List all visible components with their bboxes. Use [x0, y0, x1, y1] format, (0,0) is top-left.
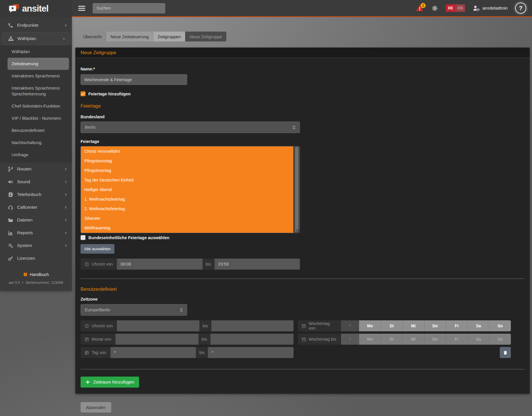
zeitzone-label: Zeitzone	[81, 297, 524, 301]
sidebar-item-routen[interactable]: Routen	[0, 163, 72, 175]
weekday-to-sa[interactable]: Sa	[467, 334, 489, 345]
add-period-button[interactable]: Zeitraum hinzufügen	[81, 377, 139, 388]
monat-von-label: Monat von	[92, 337, 111, 341]
bundesland-select[interactable]: Berlin	[81, 121, 300, 133]
select-all-button[interactable]: Alle auswählen	[81, 244, 114, 254]
lang-de[interactable]: DE	[446, 4, 455, 12]
submenu-item-vip-blacklist[interactable]: VIP / Blacklist - Nummern	[8, 112, 69, 124]
weekday-to-fr[interactable]: Fr	[446, 334, 467, 345]
submenu-item-nachtschaltung[interactable]: Nachtschaltung	[8, 137, 69, 149]
scrollbar-thumb[interactable]	[295, 147, 298, 232]
sidebar-item-reports[interactable]: Reports	[0, 226, 72, 239]
weekday-to-mo[interactable]: Mo	[359, 334, 381, 345]
option-silvester[interactable]: Silvester	[81, 214, 293, 223]
sidebar-footer: Handbuch awi 5.0 • Seriennummer: 123456	[0, 272, 72, 285]
tab-zeitgruppen[interactable]: Zeitgruppen	[153, 32, 185, 41]
weekday-from-mo[interactable]: Mo	[359, 320, 381, 331]
weekday-to-label: Wochentag bis	[309, 337, 336, 341]
custom-time-from-input[interactable]	[117, 320, 199, 331]
option-1-weihnachtsfeiertag[interactable]: 1. Weihnachtsfeiertag	[81, 195, 293, 204]
top-bar: ansitel 1	[0, 0, 532, 17]
sidebar-item-dateien[interactable]: Dateien	[0, 214, 72, 226]
submenu-item-zeitsteuerung[interactable]: Zeitsteuerung	[8, 58, 69, 70]
month-to-input[interactable]	[210, 334, 294, 345]
weekday-to-any[interactable]: *	[341, 334, 359, 345]
sidebar-item-label: Dateien	[17, 217, 32, 223]
weekday-to-mi[interactable]: Mi	[402, 334, 424, 345]
language-toggle[interactable]: DE EN	[446, 4, 465, 12]
option-tag-der-deutschen-einheit[interactable]: Tag der Deutschen Einheit	[81, 175, 293, 185]
uhrzeit-von-addon: Uhrzeit von	[81, 259, 117, 270]
sidebar: Endpunkte Wählplan Wählplan Z	[0, 17, 72, 290]
day-to-input[interactable]	[208, 347, 294, 358]
submenu-item-benutzerdefiniert[interactable]: Benutzerdefiniert	[8, 124, 69, 137]
weekday-from-di[interactable]: Di	[381, 320, 402, 331]
option-pfingstsonntag[interactable]: Pfingstsonntag	[81, 156, 293, 166]
option-weltfrauentag[interactable]: Weltfrauentag	[81, 223, 293, 233]
user-menu[interactable]: ansiteladmin	[473, 5, 508, 11]
weekday-to-do[interactable]: Do	[424, 334, 446, 345]
gear-icon[interactable]	[431, 5, 438, 12]
weekday-from-so[interactable]: So	[489, 320, 511, 331]
tab-uebersicht[interactable]: Übersicht	[79, 32, 106, 41]
sidebar-item-system[interactable]: System	[0, 239, 72, 252]
chevron-down-icon	[62, 37, 66, 41]
book-icon	[23, 272, 28, 277]
resize-grip[interactable]	[296, 229, 300, 233]
warning-triangle-icon[interactable]: 1	[416, 4, 424, 12]
breadcrumb-tabs: Übersicht Neue Zeitsteuerung Zeitgruppen…	[79, 32, 532, 41]
submenu-item-chef-sekretaerin[interactable]: Chef-Sekretärin-Funktion	[8, 100, 69, 112]
option-heiliger-abend[interactable]: Heiliger Abend	[81, 185, 293, 194]
sidebar-item-endpunkte[interactable]: Endpunkte	[0, 19, 72, 32]
month-from-input[interactable]	[115, 334, 198, 345]
brand-logo[interactable]: ansitel	[0, 0, 72, 17]
weekday-to-so[interactable]: So	[489, 334, 511, 345]
add-holidays-checkbox[interactable]	[81, 91, 85, 96]
day-from-input[interactable]	[110, 347, 196, 358]
sidebar-item-telefonbuch[interactable]: Telefonbuch	[0, 188, 72, 201]
custom-time-to-input[interactable]	[211, 320, 294, 331]
tab-neue-zeitgruppe[interactable]: Neue Zeitgruppe	[185, 32, 226, 41]
lang-en[interactable]: EN	[456, 4, 465, 12]
weekday-from-mi[interactable]: Mi	[402, 320, 424, 331]
dot-separator: •	[22, 281, 23, 285]
menu-icon[interactable]	[78, 5, 85, 11]
holiday-time-group: Uhrzeit von bis	[81, 259, 300, 270]
weekday-from-fr[interactable]: Fr	[446, 320, 467, 331]
nationwide-checkbox[interactable]	[81, 235, 85, 240]
chevron-left-icon	[64, 206, 68, 209]
scrollbar[interactable]	[293, 146, 300, 233]
option-2-weihnachtsfeiertag[interactable]: 2. Weihnachtsfeiertag	[81, 204, 293, 214]
submenu-item-umfrage[interactable]: Umfrage	[8, 149, 69, 161]
search-input[interactable]	[93, 3, 165, 13]
submenu-item-waehlplan[interactable]: Wählplan	[8, 46, 69, 58]
zeitzone-value: Europe/Berlin	[85, 308, 110, 312]
delete-period-button[interactable]	[500, 347, 511, 358]
weekday-from-any[interactable]: *	[341, 320, 359, 331]
sidebar-item-waehlplan[interactable]: Wählplan	[2, 32, 70, 45]
tag-von-label: Tag von	[92, 350, 106, 355]
sidebar-item-label: System	[17, 243, 32, 248]
weekday-from-sa[interactable]: Sa	[467, 320, 489, 331]
help-circle-icon[interactable]: ?	[515, 3, 526, 14]
app-root: ansitel 1	[0, 0, 532, 416]
submit-button[interactable]: Absenden	[81, 402, 111, 413]
sidebar-item-sound[interactable]: Sound	[0, 175, 72, 188]
holiday-time-to-input[interactable]	[214, 259, 300, 270]
name-input[interactable]	[81, 74, 187, 85]
sidebar-item-lizenzen[interactable]: Lizenzen	[0, 252, 72, 265]
sidebar-item-label: Telefonbuch	[17, 192, 41, 197]
tab-neue-zeitsteuerung[interactable]: Neue Zeitsteuerung	[106, 32, 153, 41]
name-label: Name:*	[81, 67, 524, 71]
weekday-to-di[interactable]: Di	[381, 334, 402, 345]
option-pfingstmontag[interactable]: Pfingstmontag	[81, 166, 293, 175]
sidebar-item-callcenter[interactable]: Callcenter	[0, 201, 72, 214]
option-christi-himmelfahrt[interactable]: Christi Himmelfahrt	[81, 146, 293, 156]
weekday-from-do[interactable]: Do	[424, 320, 446, 331]
handbuch-link[interactable]: Handbuch	[23, 272, 49, 277]
feiertage-list-label: Feiertage	[81, 139, 524, 144]
submenu-item-ivr[interactable]: Interaktives Sprachmenü	[8, 70, 69, 82]
zeitzone-select[interactable]: Europe/Berlin	[81, 304, 187, 316]
submenu-item-ivr-spracherkennung[interactable]: Interaktives Sprachmenü Spracherkennung	[8, 82, 69, 100]
holiday-time-from-input[interactable]	[117, 259, 202, 270]
